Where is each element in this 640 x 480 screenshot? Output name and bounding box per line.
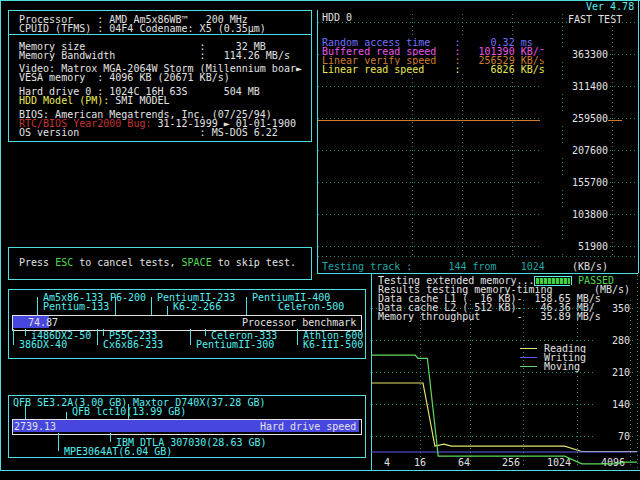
version-label: Ver 4.78 [586,2,634,11]
cpu-label-386dx: 386DX-40 [19,340,67,349]
os-version-line: OS version : MS-DOS 6.22 [19,128,278,137]
cpu-tick-8 [205,329,206,336]
memchart-line-reading [371,383,637,452]
memory-timing-chart [371,295,640,469]
hd-benchmark-score: 2739.13 [14,422,56,431]
space-key-label: SPACE [182,257,212,268]
cpu-label-pentiumii-300: PentiumII-300 [196,340,274,349]
memory-bandwidth-line: Memory Bandwidth : 114.26 MB/s [19,51,290,60]
cpu-tick-1 [37,297,38,315]
cpu-tick-4 [167,306,168,315]
cpuid-line: CPUID (TFMS) : 04F4 Codename: X5 (0.35µm… [19,24,266,33]
cpu-label-k6-iii: K6-III-500 [303,340,363,349]
legend-swatch-reading [520,348,537,349]
esc-msg-part2: to cancel tests, [73,257,181,268]
vesa-line: VESA memory : 4096 KB (20671 KB/s) [19,73,230,82]
cpu-tick-7 [103,329,104,336]
legend-swatch-moving [520,366,537,367]
hdd-model-line: HDD Model (PM): SMI MODEL [19,96,170,105]
speedsys-screen: Ver 4.78 Processor : AMD Am5x86WB™ 200 M… [0,0,640,480]
legend-swatch-writing [520,357,537,358]
hd-tick-5 [58,433,59,451]
hd-tick-1 [25,404,26,419]
hdd-ytick-207600: 207600 [540,146,608,155]
cpu-label-pentium-133: Pentium-133 [43,302,109,311]
hdd-model-label: HDD Model (PM): [19,95,109,106]
divider-horizontal [317,273,638,274]
cpu-tick-2 [115,297,116,315]
cpu-tick-10 [97,329,98,345]
hdd-grid-baseline [318,256,636,257]
hdd-ytick-363300: 363300 [540,50,608,59]
hdd-ytick-311400: 311400 [540,82,608,91]
esc-key-label: ESC [55,257,73,268]
screen-border-left [0,0,1,471]
screen-border-bottom [0,470,640,471]
fast-test-label: FAST TEST [568,15,622,24]
cpu-label-k6-2-266: K6-2-266 [173,302,221,311]
hdd-ytick-259500: 259500 [540,114,608,123]
hdd-title: HDD 0 [322,13,352,22]
hd-tick-3 [66,412,67,419]
cpu-label-cx6x86: Cx6x86-233 [103,340,163,349]
hdd-y-unit: (KB/s) [540,262,608,271]
hd-tick-4 [110,433,111,442]
linear-read-metric: Linear read speed : 6826 KB/s [322,65,545,74]
cpu-tick-5 [246,297,247,315]
cpu-tick-11 [190,329,191,345]
legend-moving-label: Moving [544,362,580,371]
cpu-benchmark-score: 74.87 [28,318,58,327]
hd-label-qfb-lct10: QFB lct10(13.99 GB) [72,407,186,416]
cpu-label-celeron-500: Celeron-500 [278,302,344,311]
screen-border-top [0,0,640,1]
memchart-line-moving [371,355,637,464]
testing-track-status: Testing track : 144 from 1024 [322,262,545,271]
cpu-tick-9 [13,329,14,345]
hdd-model-value: SMI MODEL [109,95,169,106]
screen-border-right [638,0,639,273]
cpu-tick-12 [297,329,298,345]
hd-tick-2 [128,404,129,419]
esc-msg-part3: to skip test. [212,257,296,268]
hd-label-mpe3064at: MPE3064AT(6.04 GB) [64,447,172,456]
divider-vertical [317,10,318,273]
cpu-tick-6 [25,329,26,336]
hdd-grid-v5 [612,14,613,256]
hdd-ytick-103800: 103800 [540,210,608,219]
esc-msg-part1: Press [19,257,55,268]
hdd-ytick-155700: 155700 [540,178,608,187]
cpu-tick-3 [151,297,152,315]
system-info-divider [8,34,311,35]
hd-benchmark-title: Hard drive speed [260,422,356,431]
hdd-ytick-51900: 51900 [540,242,608,251]
esc-message: Press ESC to cancel tests, SPACE to skip… [19,258,296,267]
cpu-benchmark-title: Processor benchmark [242,318,356,327]
